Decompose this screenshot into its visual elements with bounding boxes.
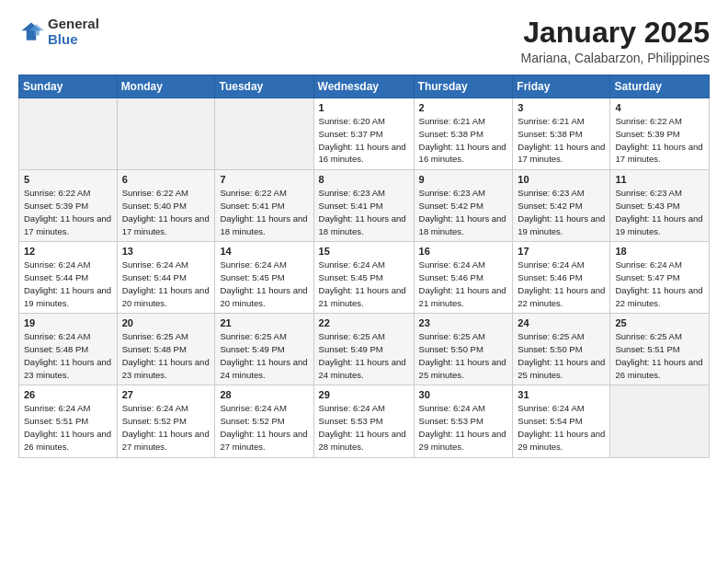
table-row: 30Sunrise: 6:24 AMSunset: 5:53 PMDayligh… [414, 385, 513, 457]
day-info: Sunrise: 6:24 AMSunset: 5:47 PMDaylight:… [615, 259, 704, 309]
day-info: Sunrise: 6:24 AMSunset: 5:45 PMDaylight:… [220, 259, 308, 309]
table-row: 2Sunrise: 6:21 AMSunset: 5:38 PMDaylight… [414, 98, 513, 170]
calendar-week-row: 1Sunrise: 6:20 AMSunset: 5:37 PMDaylight… [19, 98, 710, 170]
page: General Blue January 2025 Mariana, Calab… [0, 0, 728, 563]
day-number: 4 [615, 102, 704, 113]
day-info: Sunrise: 6:25 AMSunset: 5:50 PMDaylight:… [518, 330, 605, 381]
day-number: 22 [319, 317, 409, 328]
day-number: 1 [319, 102, 409, 113]
table-row: 4Sunrise: 6:22 AMSunset: 5:39 PMDaylight… [610, 98, 710, 170]
day-number: 5 [24, 174, 112, 185]
col-thursday: Thursday [414, 75, 513, 98]
day-info: Sunrise: 6:22 AMSunset: 5:40 PMDaylight:… [122, 187, 210, 237]
logo-blue-label: Blue [48, 32, 99, 48]
day-info: Sunrise: 6:24 AMSunset: 5:46 PMDaylight:… [419, 259, 508, 309]
day-info: Sunrise: 6:24 AMSunset: 5:54 PMDaylight:… [518, 402, 605, 453]
day-info: Sunrise: 6:23 AMSunset: 5:42 PMDaylight:… [518, 187, 605, 237]
table-row: 9Sunrise: 6:23 AMSunset: 5:42 PMDaylight… [414, 170, 513, 242]
table-row: 28Sunrise: 6:24 AMSunset: 5:52 PMDayligh… [215, 385, 313, 457]
calendar-header-row: Sunday Monday Tuesday Wednesday Thursday… [19, 75, 710, 98]
day-number: 7 [220, 174, 308, 185]
day-info: Sunrise: 6:20 AMSunset: 5:37 PMDaylight:… [319, 115, 409, 166]
table-row [215, 98, 313, 170]
day-number: 13 [122, 246, 210, 257]
calendar-title: January 2025 [521, 17, 710, 49]
day-info: Sunrise: 6:24 AMSunset: 5:45 PMDaylight:… [319, 259, 409, 309]
day-info: Sunrise: 6:24 AMSunset: 5:53 PMDaylight:… [419, 402, 508, 453]
day-number: 30 [419, 389, 508, 400]
table-row: 11Sunrise: 6:23 AMSunset: 5:43 PMDayligh… [610, 170, 710, 242]
day-number: 24 [518, 317, 605, 328]
calendar-week-row: 5Sunrise: 6:22 AMSunset: 5:39 PMDaylight… [19, 170, 710, 242]
day-info: Sunrise: 6:24 AMSunset: 5:52 PMDaylight:… [122, 402, 210, 453]
title-block: January 2025 Mariana, Calabarzon, Philip… [521, 17, 710, 65]
day-number: 10 [518, 174, 605, 185]
day-number: 25 [615, 317, 704, 328]
col-tuesday: Tuesday [215, 75, 313, 98]
day-info: Sunrise: 6:24 AMSunset: 5:53 PMDaylight:… [319, 402, 409, 453]
day-info: Sunrise: 6:22 AMSunset: 5:39 PMDaylight:… [24, 187, 112, 237]
day-info: Sunrise: 6:23 AMSunset: 5:41 PMDaylight:… [319, 187, 409, 237]
day-number: 3 [518, 102, 605, 113]
day-info: Sunrise: 6:25 AMSunset: 5:49 PMDaylight:… [319, 330, 409, 381]
day-info: Sunrise: 6:24 AMSunset: 5:52 PMDaylight:… [220, 402, 308, 453]
day-number: 11 [615, 174, 704, 185]
table-row: 18Sunrise: 6:24 AMSunset: 5:47 PMDayligh… [610, 242, 710, 314]
calendar-week-row: 12Sunrise: 6:24 AMSunset: 5:44 PMDayligh… [19, 242, 710, 314]
table-row: 5Sunrise: 6:22 AMSunset: 5:39 PMDaylight… [19, 170, 118, 242]
calendar-week-row: 26Sunrise: 6:24 AMSunset: 5:51 PMDayligh… [19, 385, 710, 457]
table-row: 24Sunrise: 6:25 AMSunset: 5:50 PMDayligh… [513, 314, 610, 385]
day-number: 19 [24, 317, 112, 328]
day-info: Sunrise: 6:23 AMSunset: 5:43 PMDaylight:… [615, 187, 704, 237]
day-info: Sunrise: 6:24 AMSunset: 5:48 PMDaylight:… [24, 330, 112, 381]
col-saturday: Saturday [610, 75, 710, 98]
col-friday: Friday [513, 75, 610, 98]
table-row: 26Sunrise: 6:24 AMSunset: 5:51 PMDayligh… [19, 385, 118, 457]
header: General Blue January 2025 Mariana, Calab… [18, 17, 710, 65]
col-monday: Monday [117, 75, 215, 98]
col-wednesday: Wednesday [313, 75, 414, 98]
day-info: Sunrise: 6:24 AMSunset: 5:46 PMDaylight:… [518, 259, 605, 309]
day-info: Sunrise: 6:25 AMSunset: 5:51 PMDaylight:… [615, 330, 704, 381]
day-number: 2 [419, 102, 508, 113]
table-row: 6Sunrise: 6:22 AMSunset: 5:40 PMDaylight… [117, 170, 215, 242]
table-row: 23Sunrise: 6:25 AMSunset: 5:50 PMDayligh… [414, 314, 513, 385]
table-row: 16Sunrise: 6:24 AMSunset: 5:46 PMDayligh… [414, 242, 513, 314]
table-row [610, 385, 710, 457]
day-info: Sunrise: 6:24 AMSunset: 5:51 PMDaylight:… [24, 402, 112, 453]
day-number: 28 [220, 389, 308, 400]
day-info: Sunrise: 6:21 AMSunset: 5:38 PMDaylight:… [518, 115, 605, 166]
table-row: 12Sunrise: 6:24 AMSunset: 5:44 PMDayligh… [19, 242, 118, 314]
table-row: 29Sunrise: 6:24 AMSunset: 5:53 PMDayligh… [313, 385, 414, 457]
day-number: 15 [319, 246, 409, 257]
day-number: 6 [122, 174, 210, 185]
day-number: 17 [518, 246, 605, 257]
day-number: 20 [122, 317, 210, 328]
day-info: Sunrise: 6:22 AMSunset: 5:39 PMDaylight:… [615, 115, 704, 166]
table-row: 19Sunrise: 6:24 AMSunset: 5:48 PMDayligh… [19, 314, 118, 385]
table-row [117, 98, 215, 170]
day-info: Sunrise: 6:23 AMSunset: 5:42 PMDaylight:… [419, 187, 508, 237]
col-sunday: Sunday [19, 75, 118, 98]
table-row: 21Sunrise: 6:25 AMSunset: 5:49 PMDayligh… [215, 314, 313, 385]
table-row: 17Sunrise: 6:24 AMSunset: 5:46 PMDayligh… [513, 242, 610, 314]
table-row: 10Sunrise: 6:23 AMSunset: 5:42 PMDayligh… [513, 170, 610, 242]
table-row: 25Sunrise: 6:25 AMSunset: 5:51 PMDayligh… [610, 314, 710, 385]
table-row: 27Sunrise: 6:24 AMSunset: 5:52 PMDayligh… [117, 385, 215, 457]
table-row: 1Sunrise: 6:20 AMSunset: 5:37 PMDaylight… [313, 98, 414, 170]
day-number: 29 [319, 389, 409, 400]
day-number: 8 [319, 174, 409, 185]
day-number: 21 [220, 317, 308, 328]
table-row: 3Sunrise: 6:21 AMSunset: 5:38 PMDaylight… [513, 98, 610, 170]
day-number: 26 [24, 389, 112, 400]
day-info: Sunrise: 6:21 AMSunset: 5:38 PMDaylight:… [419, 115, 508, 166]
day-number: 27 [122, 389, 210, 400]
table-row [19, 98, 118, 170]
table-row: 14Sunrise: 6:24 AMSunset: 5:45 PMDayligh… [215, 242, 313, 314]
table-row: 13Sunrise: 6:24 AMSunset: 5:44 PMDayligh… [117, 242, 215, 314]
calendar-table: Sunday Monday Tuesday Wednesday Thursday… [18, 75, 710, 457]
logo-general-label: General [48, 17, 99, 32]
table-row: 22Sunrise: 6:25 AMSunset: 5:49 PMDayligh… [313, 314, 414, 385]
logo: General Blue [18, 17, 99, 47]
calendar-week-row: 19Sunrise: 6:24 AMSunset: 5:48 PMDayligh… [19, 314, 710, 385]
